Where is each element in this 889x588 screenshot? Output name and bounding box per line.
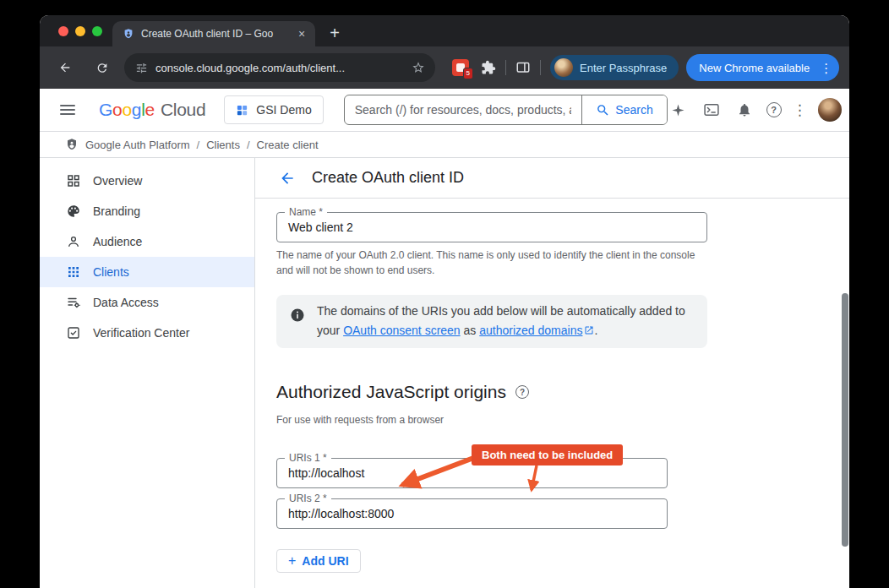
toolbar-divider	[505, 60, 506, 75]
search-icon	[596, 103, 610, 117]
sidebar-item-label: Overview	[93, 174, 142, 188]
app-body: Overview Branding Audience Clients Data …	[40, 158, 849, 588]
account-avatar[interactable]	[818, 98, 842, 122]
url-text: console.cloud.google.com/auth/client...	[155, 62, 404, 74]
auth-platform-shield-icon	[65, 138, 79, 151]
breadcrumb-clients[interactable]: Clients	[206, 139, 240, 151]
sidebar-item-label: Clients	[93, 265, 129, 279]
main-panel: Create OAuth client ID Name * Web client…	[255, 158, 849, 588]
tab-title: Create OAuth client ID – Goo	[141, 28, 288, 40]
back-arrow-icon[interactable]	[279, 170, 296, 187]
profile-avatar	[554, 58, 573, 77]
extension-badge: 5	[463, 68, 473, 79]
sidebar-item-label: Data Access	[93, 296, 159, 309]
overview-icon	[66, 173, 81, 188]
refresh-icon[interactable]	[90, 56, 114, 79]
toolbar-divider	[540, 60, 541, 75]
origins-help-icon[interactable]: ?	[515, 385, 529, 399]
cloud-shell-icon[interactable]	[701, 99, 723, 121]
close-window-button[interactable]	[58, 26, 68, 36]
form-content: Name * Web client 2 The name of your OAu…	[255, 199, 849, 588]
tab-favicon-shield-icon	[123, 28, 134, 40]
project-name: GSI Demo	[256, 103, 311, 117]
sidebar-item-overview[interactable]: Overview	[40, 166, 254, 196]
menu-hamburger-icon[interactable]	[60, 97, 85, 122]
browser-tab[interactable]: Create OAuth client ID – Goo ×	[112, 21, 315, 46]
sidebar-item-verification-center[interactable]: Verification Center	[40, 318, 254, 348]
branding-icon	[66, 204, 81, 219]
breadcrumb-separator: /	[197, 139, 200, 151]
info-note-text: The domains of the URIs you add below wi…	[317, 302, 694, 340]
browser-window: Create OAuth client ID – Goo × + console…	[40, 15, 849, 588]
more-options-icon[interactable]: ⋮	[793, 103, 807, 117]
logo-letter: o	[112, 100, 122, 120]
origins-heading: Authorized JavaScript origins	[276, 382, 506, 402]
info-note: The domains of the URIs you add below wi…	[276, 295, 707, 348]
plus-icon: +	[330, 24, 340, 41]
site-settings-icon[interactable]	[135, 62, 148, 74]
passphrase-label: Enter Passphrase	[580, 62, 667, 74]
notifications-bell-icon[interactable]	[734, 99, 755, 121]
enter-passphrase-button[interactable]: Enter Passphrase	[550, 55, 679, 80]
tab-close-icon[interactable]: ×	[295, 27, 308, 41]
header-actions: ? ⋮	[668, 98, 842, 122]
sidebar-item-data-access[interactable]: Data Access	[40, 287, 254, 318]
page-header: Create OAuth client ID	[255, 158, 849, 199]
sidebar-item-label: Verification Center	[93, 326, 189, 340]
search-input[interactable]	[345, 95, 582, 124]
data-access-icon	[66, 295, 81, 310]
external-link-icon	[584, 320, 594, 340]
uri-2-value: http://localhost:8000	[288, 507, 394, 520]
minimize-window-button[interactable]	[75, 26, 85, 36]
extensions-puzzle-icon[interactable]	[481, 60, 496, 75]
back-icon[interactable]	[53, 56, 77, 79]
page-title: Create OAuth client ID	[312, 169, 464, 187]
address-bar[interactable]: console.cloud.google.com/auth/client...	[124, 53, 435, 82]
help-icon[interactable]: ?	[766, 102, 782, 117]
add-uri-label: Add URI	[302, 554, 348, 568]
bookmark-star-icon[interactable]	[412, 61, 425, 74]
sidebar-item-clients[interactable]: Clients	[40, 257, 254, 287]
logo-letter: g	[132, 100, 141, 120]
sidebar-item-branding[interactable]: Branding	[40, 196, 254, 226]
name-field[interactable]: Name * Web client 2	[276, 212, 707, 242]
logo-cloud-text: Cloud	[161, 100, 205, 120]
verification-icon	[66, 325, 81, 340]
scrollbar-thumb[interactable]	[842, 293, 848, 547]
logo-letter: e	[145, 100, 155, 120]
side-panel-icon[interactable]	[515, 60, 531, 75]
zoom-window-button[interactable]	[92, 26, 102, 36]
plus-icon: +	[288, 554, 296, 568]
origins-section-header: Authorized JavaScript origins ?	[276, 382, 849, 402]
search-button[interactable]: Search	[581, 95, 666, 124]
add-uri-button[interactable]: + Add URI	[276, 549, 361, 573]
name-helper-text: The name of your OAuth 2.0 client. This …	[276, 248, 704, 278]
extension-icon[interactable]: 5	[452, 59, 469, 76]
console-search: Search	[344, 95, 668, 125]
project-picker-button[interactable]: GSI Demo	[224, 95, 323, 124]
origins-subheading: For use with requests from a browser	[276, 414, 849, 426]
clients-icon	[66, 264, 81, 280]
tab-strip: Create OAuth client ID – Goo × +	[40, 15, 849, 46]
name-field-label: Name *	[285, 206, 327, 218]
gemini-sparkle-icon[interactable]	[668, 99, 690, 121]
chrome-update-button[interactable]: New Chrome available ⋮	[686, 54, 839, 81]
sidebar-item-label: Branding	[93, 204, 140, 218]
question-glyph: ?	[771, 105, 777, 115]
google-cloud-logo[interactable]: Google Cloud	[99, 100, 205, 120]
logo-letter: G	[99, 100, 112, 120]
oauth-consent-screen-link[interactable]: OAuth consent screen	[343, 324, 461, 337]
overflow-menu-icon[interactable]: ⋮	[820, 62, 832, 74]
breadcrumb-auth-platform[interactable]: Google Auth Platform	[85, 139, 190, 151]
annotation-callout: Both need to be included	[472, 444, 623, 466]
console-header: Google Cloud GSI Demo Search	[40, 89, 849, 132]
uri-2-field[interactable]: URIs 2 * http://localhost:8000	[276, 498, 668, 529]
uri-2-label: URIs 2 *	[285, 493, 331, 504]
sidebar-item-label: Audience	[93, 235, 142, 248]
sidebar-item-audience[interactable]: Audience	[40, 226, 254, 257]
name-field-value: Web client 2	[288, 220, 353, 234]
authorized-domains-link[interactable]: authorized domains	[479, 324, 582, 337]
new-tab-button[interactable]: +	[324, 22, 346, 44]
info-icon	[290, 308, 305, 323]
project-icon	[236, 104, 248, 117]
